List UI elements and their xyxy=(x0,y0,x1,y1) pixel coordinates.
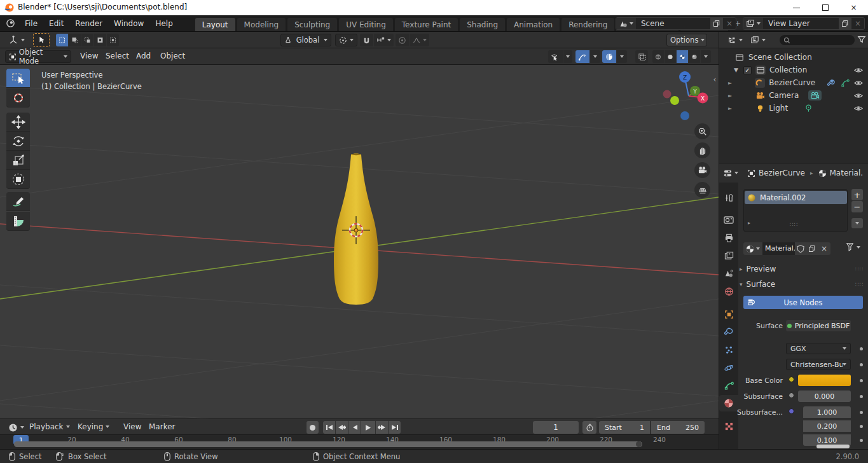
timeline-ruler[interactable]: 20406080100120140160180200220240 1 xyxy=(0,435,719,449)
scene-selector[interactable]: Scene × xyxy=(616,17,736,30)
camera-data-icon[interactable] xyxy=(808,90,822,100)
outliner-row-collection[interactable]: ▼ ✓ Collection xyxy=(719,64,868,76)
breadcrumb-data-name[interactable]: Material.002 xyxy=(830,169,863,177)
workspace-tab-rendering[interactable]: Rendering xyxy=(561,18,614,31)
snap-magnet-icon[interactable] xyxy=(360,34,373,46)
next-keyframe-button[interactable] xyxy=(376,421,388,434)
tool-select-box[interactable] xyxy=(6,69,30,88)
perspective-toggle-button[interactable] xyxy=(694,182,710,198)
visibility-icon[interactable] xyxy=(548,50,563,63)
hide-eye-icon[interactable] xyxy=(854,67,863,74)
surface-shader-button[interactable]: Principled BSDF xyxy=(786,320,851,331)
breadcrumb-material-icon[interactable] xyxy=(818,169,827,177)
properties-horizontal-scrollbar[interactable] xyxy=(816,445,850,448)
tab-world[interactable] xyxy=(719,283,738,300)
proportional-falloff-dropdown[interactable] xyxy=(410,34,429,46)
tool-annotate[interactable] xyxy=(6,192,30,211)
outliner-display-mode-dropdown[interactable] xyxy=(747,34,769,46)
workspace-tab-texture-paint[interactable]: Texture Paint xyxy=(395,18,458,31)
outliner-item-label[interactable]: Camera xyxy=(769,91,799,100)
breadcrumb-object-name[interactable]: BezierCurve xyxy=(759,169,805,177)
subsurface-radius-socket[interactable] xyxy=(789,408,794,414)
base-color-socket[interactable] xyxy=(789,377,794,382)
tab-modifiers[interactable] xyxy=(719,324,738,340)
menu-object[interactable]: Object xyxy=(155,52,190,60)
shading-chevron[interactable] xyxy=(701,50,711,63)
keyframe-dot[interactable] xyxy=(860,411,863,414)
viewport-3d[interactable]: Z Y X User Perspective (1) Collection | … xyxy=(0,65,719,418)
add-slot-button[interactable]: + xyxy=(851,189,863,200)
outliner-filter-icon[interactable] xyxy=(857,35,866,44)
jump-to-start-button[interactable] xyxy=(323,421,335,434)
hide-eye-icon[interactable] xyxy=(854,92,863,99)
visibility-chevron[interactable] xyxy=(563,50,572,63)
tab-tool[interactable] xyxy=(719,190,738,206)
snap-target-dropdown[interactable] xyxy=(374,34,394,46)
tool-rotate[interactable] xyxy=(6,132,30,151)
keyframe-dot[interactable] xyxy=(860,363,863,366)
navigation-gizmo[interactable]: Z Y X xyxy=(663,71,708,120)
editor-type-timeline-icon[interactable] xyxy=(5,421,27,434)
view-layer-selector[interactable]: View Layer × xyxy=(743,17,865,30)
menu-window[interactable]: Window xyxy=(108,15,149,32)
subsurface-socket[interactable] xyxy=(789,392,794,398)
options-dropdown[interactable]: Options xyxy=(666,34,707,46)
menu-render[interactable]: Render xyxy=(69,15,108,32)
fake-user-shield-icon[interactable] xyxy=(795,242,806,255)
gizmos-toggle[interactable] xyxy=(575,50,600,63)
active-tool-box-select-button[interactable] xyxy=(33,33,50,47)
workspace-tab-uv-editing[interactable]: UV Editing xyxy=(339,18,393,31)
jump-to-end-button[interactable] xyxy=(389,421,401,434)
modifier-wrench-icon[interactable] xyxy=(827,79,836,87)
subsurface-value-field[interactable]: 0.000 xyxy=(798,390,851,402)
outliner-row-scene-collection[interactable]: Scene Collection xyxy=(719,51,868,64)
subsurface-method-dropdown[interactable]: Christensen-Bur... xyxy=(786,359,851,370)
editor-type-outliner-icon[interactable] xyxy=(724,34,746,46)
subsurface-radius-x-field[interactable]: 1.000 xyxy=(803,406,851,418)
outliner-row-light[interactable]: ► Light xyxy=(719,102,868,114)
scene-copy-icon[interactable] xyxy=(710,18,723,29)
overlays-toggle[interactable] xyxy=(602,50,627,63)
outliner-item-label[interactable]: Collection xyxy=(769,66,807,74)
tool-measure[interactable] xyxy=(6,212,30,231)
unlink-material-button[interactable]: × xyxy=(818,242,830,255)
playback-menu[interactable]: Playback xyxy=(29,422,70,431)
material-slot-list[interactable]: Material.002 ▸ ∷∷ xyxy=(743,189,848,232)
object-visibility-dropdown[interactable] xyxy=(548,50,572,63)
shading-material-button[interactable] xyxy=(677,50,688,63)
light-data-icon[interactable] xyxy=(804,104,813,113)
tab-physics[interactable] xyxy=(719,359,738,376)
frame-start-field[interactable]: Start1 xyxy=(599,421,650,434)
pan-hand-button[interactable] xyxy=(694,142,710,158)
new-material-copy-icon[interactable] xyxy=(806,242,818,255)
outliner-row-camera[interactable]: ► Camera xyxy=(719,89,868,102)
preview-range-clock-button[interactable] xyxy=(582,421,596,434)
use-nodes-button[interactable]: Use Nodes xyxy=(743,296,863,309)
slot-list-expand-icon[interactable]: ▸ xyxy=(748,220,750,226)
maximize-button[interactable] xyxy=(811,0,839,15)
outliner-search-input[interactable] xyxy=(780,35,855,45)
panel-expand-icon[interactable]: ▾ xyxy=(740,281,743,287)
outliner-item-label[interactable]: Light xyxy=(769,104,788,113)
tab-object-data[interactable] xyxy=(719,377,738,394)
editor-type-3d-viewport-icon[interactable] xyxy=(5,34,28,46)
tab-output[interactable] xyxy=(719,230,738,246)
timeline-scrollbar-handle[interactable] xyxy=(636,441,642,447)
timeline-marker-menu[interactable]: Marker xyxy=(144,422,180,431)
view-layer-remove-icon[interactable]: × xyxy=(851,19,864,28)
menu-file[interactable]: File xyxy=(19,15,43,32)
gizmo-chevron[interactable] xyxy=(590,50,600,63)
collection-checkbox[interactable]: ✓ xyxy=(743,66,752,74)
menu-edit[interactable]: Edit xyxy=(43,15,69,32)
overlays-chevron[interactable] xyxy=(617,50,627,63)
menu-add[interactable]: Add xyxy=(131,52,156,60)
tab-particles[interactable] xyxy=(719,342,738,358)
tab-render[interactable] xyxy=(719,212,738,228)
shading-solid-button[interactable] xyxy=(665,50,676,63)
tab-scene[interactable] xyxy=(719,265,738,282)
keyframe-dot[interactable] xyxy=(860,425,863,428)
view-layer-copy-icon[interactable] xyxy=(839,18,851,29)
select-intersect-button[interactable] xyxy=(107,34,119,46)
keyframe-dot[interactable] xyxy=(860,439,863,442)
scene-name[interactable]: Scene xyxy=(636,19,710,28)
